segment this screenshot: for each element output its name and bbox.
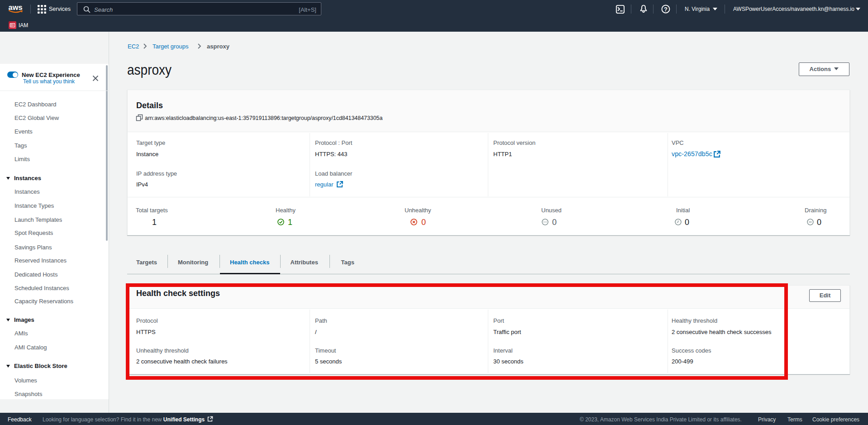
svg-text:aws: aws: [9, 4, 23, 11]
svg-text:?: ?: [664, 6, 668, 13]
